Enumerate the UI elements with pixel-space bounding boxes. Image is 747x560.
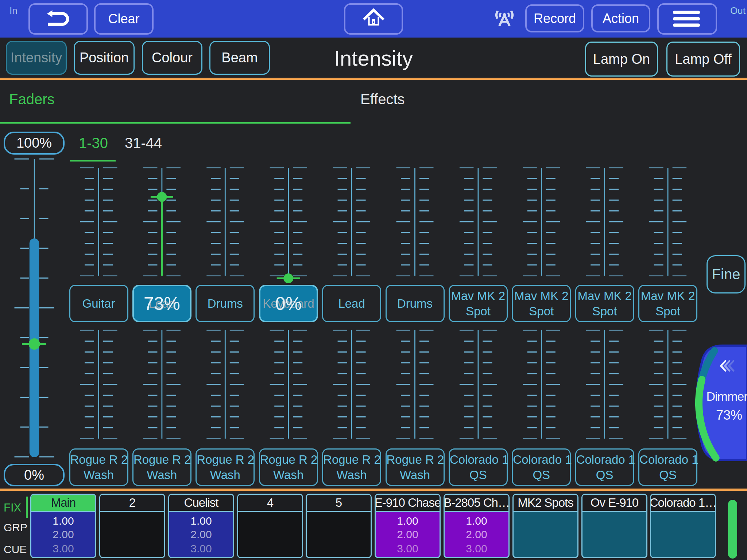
- svg-text:73%: 73%: [716, 408, 742, 423]
- svg-text:Dimmer: Dimmer: [707, 389, 747, 403]
